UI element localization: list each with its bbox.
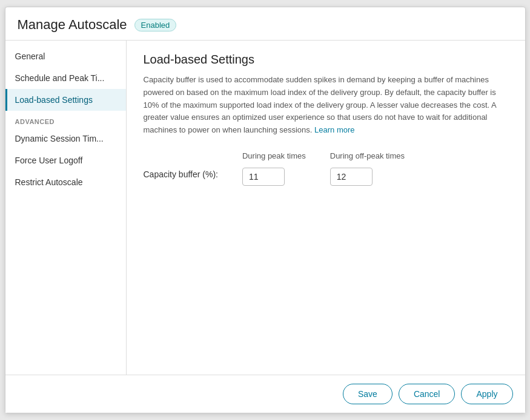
sidebar-item-restrict-autoscale[interactable]: Restrict Autoscale <box>5 171 126 193</box>
cancel-button[interactable]: Cancel <box>399 384 455 404</box>
sidebar-item-dynamic-session[interactable]: Dynamic Session Tim... <box>5 128 126 149</box>
off-peak-value-input[interactable] <box>330 168 373 186</box>
learn-more-link[interactable]: Learn more <box>314 125 354 134</box>
modal-title: Manage Autoscale <box>18 17 127 33</box>
modal-body: General Schedule and Peak Ti... Load-bas… <box>5 41 525 375</box>
content-title: Load-based Settings <box>144 53 508 67</box>
manage-autoscale-modal: Manage Autoscale Enabled General Schedul… <box>5 7 526 413</box>
capacity-buffer-section: Capacity buffer (%): During peak times D… <box>144 151 508 186</box>
during-peak-label: During peak times <box>242 151 306 160</box>
peak-group: During peak times <box>242 151 306 186</box>
sidebar-item-force-user-logoff[interactable]: Force User Logoff <box>5 149 126 171</box>
status-badge: Enabled <box>134 19 177 31</box>
main-content: Load-based Settings Capacity buffer is u… <box>127 41 525 375</box>
advanced-section-label: ADVANCED <box>5 111 126 128</box>
modal-footer: Save Cancel Apply <box>5 375 525 413</box>
apply-button[interactable]: Apply <box>461 384 512 404</box>
modal-header: Manage Autoscale Enabled <box>5 7 525 41</box>
sidebar-item-general[interactable]: General <box>5 45 126 67</box>
capacity-buffer-label: Capacity buffer (%): <box>144 151 218 179</box>
sidebar-item-load-based-settings[interactable]: Load-based Settings <box>5 89 126 111</box>
during-off-peak-label: During off-peak times <box>330 151 405 160</box>
content-description: Capacity buffer is used to accommodate s… <box>144 74 508 137</box>
peak-value-input[interactable] <box>242 168 285 186</box>
save-button[interactable]: Save <box>343 384 393 404</box>
off-peak-group: During off-peak times <box>330 151 405 186</box>
sidebar-item-schedule-and-peak[interactable]: Schedule and Peak Ti... <box>5 67 126 89</box>
sidebar: General Schedule and Peak Ti... Load-bas… <box>5 41 127 375</box>
